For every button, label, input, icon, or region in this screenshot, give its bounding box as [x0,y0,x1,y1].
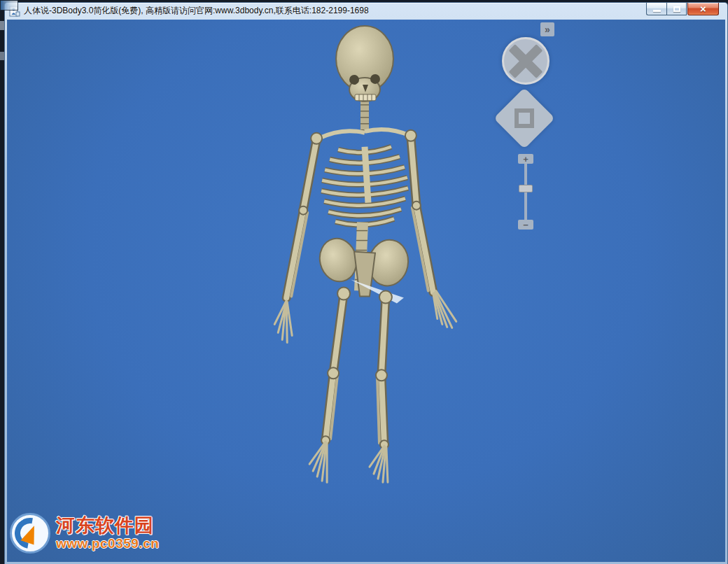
app-window: 人体说-3DBody3.0简化版(免费), 高精版请访问官网:www.3dbod… [4,2,728,564]
maximize-button[interactable] [666,3,687,15]
watermark-site-name: 河东软件园 [56,516,159,535]
minimize-icon [653,10,661,12]
window-controls: × [646,3,719,16]
zoom-in-button[interactable]: + [518,154,533,164]
maximize-icon [673,6,680,12]
watermark: 河东软件园 www.pc0359.cn [10,513,159,554]
minimize-button[interactable] [646,3,666,15]
rotate-control[interactable] [502,37,550,85]
pan-center-icon [514,108,534,128]
pan-control[interactable] [495,89,554,148]
titlebar[interactable]: 人体说-3DBody3.0简化版(免费), 高精版请访问官网:www.3dbod… [5,3,727,19]
viewport-3d[interactable]: » + − 河东软件园 www.pc0359.cn [7,20,725,562]
close-icon: × [700,3,706,14]
skeleton-model[interactable] [7,20,725,562]
zoom-slider-handle[interactable] [519,185,533,192]
watermark-logo-icon [10,513,50,554]
close-button[interactable]: × [687,3,719,15]
desktop-artifact-icon [0,0,18,10]
zoom-out-button[interactable]: − [518,220,533,230]
watermark-site-url: www.pc0359.cn [56,537,159,551]
panel-expand-button[interactable]: » [540,22,554,36]
window-title: 人体说-3DBody3.0简化版(免费), 高精版请访问官网:www.3dbod… [24,5,369,17]
